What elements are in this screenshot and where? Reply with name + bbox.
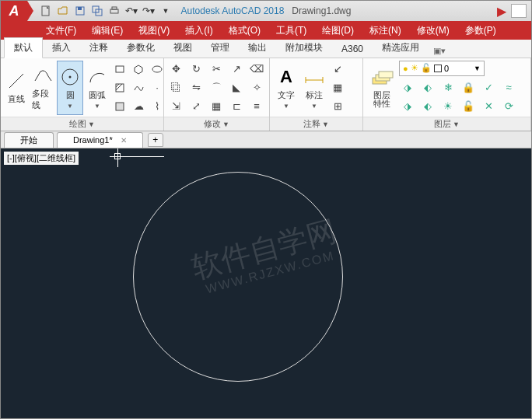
add-tab-button[interactable]: + bbox=[148, 133, 163, 147]
tool-spline-icon[interactable] bbox=[130, 79, 147, 96]
tool-arc[interactable]: 圆弧 ▼ bbox=[85, 61, 110, 115]
tool-point-icon[interactable]: · bbox=[149, 79, 166, 96]
drawing-canvas[interactable]: [-][俯视][二维线框] 软件自学网 WWW.RJZXW.COM bbox=[1, 148, 531, 419]
doc-tab-start[interactable]: 开始 bbox=[4, 132, 54, 148]
rtab-view[interactable]: 视图 bbox=[164, 38, 201, 58]
qat-redo-icon[interactable]: ↷▾ bbox=[141, 3, 156, 19]
tool-trim-icon[interactable]: ✂ bbox=[208, 61, 225, 78]
search-indicator-icon[interactable]: ▶ bbox=[497, 4, 506, 19]
tool-layfrz-icon[interactable]: ❄ bbox=[439, 79, 457, 96]
tool-layoff-icon[interactable]: ⬗ bbox=[399, 79, 416, 96]
qat-new-icon[interactable] bbox=[38, 3, 54, 19]
menu-dim[interactable]: 标注(N) bbox=[362, 21, 409, 40]
chevron-down-icon: ▼ bbox=[474, 65, 481, 72]
rtab-default[interactable]: 默认 bbox=[4, 37, 43, 58]
tool-region-icon[interactable] bbox=[111, 98, 128, 115]
qat-saveas-icon[interactable] bbox=[89, 3, 105, 19]
panel-layers-title[interactable]: 图层▼ bbox=[363, 117, 530, 131]
rtab-addons[interactable]: 附加模块 bbox=[276, 38, 332, 58]
svg-rect-2 bbox=[78, 7, 82, 10]
tool-mirror-icon[interactable]: ⇋ bbox=[187, 79, 205, 96]
search-input[interactable] bbox=[511, 4, 527, 18]
tool-layiso-icon[interactable]: ⬖ bbox=[419, 79, 436, 96]
tool-laylck-icon[interactable]: 🔒 bbox=[460, 79, 477, 96]
tool-offset-icon[interactable]: ⊏ bbox=[228, 98, 245, 115]
tool-revcloud-icon[interactable]: ☁ bbox=[130, 98, 147, 115]
rtab-featured[interactable]: 精选应用 bbox=[373, 38, 429, 58]
svg-line-7 bbox=[9, 74, 23, 88]
rtab-expand-icon[interactable]: ▣▾ bbox=[429, 44, 450, 58]
panel-modify-title[interactable]: 修改▼ bbox=[164, 117, 269, 131]
rtab-annotate[interactable]: 注释 bbox=[80, 38, 117, 58]
menu-draw[interactable]: 绘图(D) bbox=[314, 21, 362, 40]
qat-print-icon[interactable] bbox=[107, 3, 122, 19]
tool-move-icon[interactable]: ✥ bbox=[167, 61, 184, 78]
tool-array-icon[interactable]: ▦ bbox=[208, 98, 225, 115]
layerprops-label: 图层 特性 bbox=[373, 91, 390, 108]
viewport-label[interactable]: [-][俯视][二维线框] bbox=[4, 152, 79, 165]
panel-draw-title[interactable]: 绘图▼ bbox=[1, 117, 163, 131]
tool-laydel-icon[interactable]: ✕ bbox=[480, 98, 497, 115]
tool-copy-icon[interactable]: ⿻ bbox=[167, 79, 184, 96]
tool-chamfer-icon[interactable]: ◣ bbox=[228, 79, 245, 96]
tool-rotate-icon[interactable]: ↻ bbox=[187, 61, 205, 78]
menu-file[interactable]: 文件(F) bbox=[38, 21, 84, 40]
tool-fillet-icon[interactable]: ⌒ bbox=[208, 79, 225, 96]
tool-laywalk-icon[interactable]: ⟳ bbox=[500, 98, 517, 115]
rtab-insert[interactable]: 插入 bbox=[43, 38, 80, 58]
doc-tab-drawing1[interactable]: Drawing1* ✕ bbox=[57, 132, 143, 148]
app-menu-button[interactable]: A bbox=[1, 1, 27, 21]
close-tab-icon[interactable]: ✕ bbox=[121, 136, 127, 145]
menu-modify[interactable]: 修改(M) bbox=[409, 21, 457, 40]
tool-helix-icon[interactable]: ⌇ bbox=[149, 98, 166, 115]
tool-scale-icon[interactable]: ⤢ bbox=[187, 98, 205, 115]
menu-edit[interactable]: 编辑(E) bbox=[84, 21, 131, 40]
tool-layon-icon[interactable]: ⬗ bbox=[399, 98, 416, 115]
arc-icon bbox=[86, 66, 108, 88]
tool-ellipse-icon[interactable] bbox=[149, 61, 166, 78]
tool-field-icon[interactable]: ⊞ bbox=[329, 98, 346, 115]
tool-laymch-icon[interactable]: ≈ bbox=[500, 79, 517, 96]
panel-annotate-title[interactable]: 注释▼ bbox=[270, 117, 362, 131]
tool-align-icon[interactable]: ≡ bbox=[248, 98, 265, 115]
tool-layuniso-icon[interactable]: ⬖ bbox=[419, 98, 436, 115]
rtab-output[interactable]: 输出 bbox=[239, 38, 276, 58]
tool-rect-icon[interactable] bbox=[111, 61, 128, 78]
rtab-a360[interactable]: A360 bbox=[332, 40, 373, 58]
qat-open-icon[interactable] bbox=[55, 3, 71, 19]
drawn-circle[interactable] bbox=[133, 172, 343, 382]
tool-text[interactable]: A 文字 ▼ bbox=[273, 61, 299, 115]
ribbon: 直线 多段线 圆 ▼ 圆弧 ▼ · bbox=[1, 58, 531, 131]
layer-name: 0 bbox=[444, 64, 449, 73]
rtab-manage[interactable]: 管理 bbox=[201, 38, 239, 58]
tool-explode-icon[interactable]: ✧ bbox=[248, 79, 265, 96]
qat-undo-icon[interactable]: ↶▾ bbox=[124, 3, 139, 19]
menu-insert[interactable]: 插入(I) bbox=[177, 21, 220, 40]
svg-rect-22 bbox=[379, 72, 393, 78]
qat-save-icon[interactable] bbox=[72, 3, 88, 19]
tool-layunlk-icon[interactable]: 🔓 bbox=[460, 98, 477, 115]
tool-hatch-icon[interactable] bbox=[111, 79, 128, 96]
layer-selector[interactable]: ● ☀ 🔓 0 ▼ bbox=[399, 61, 485, 76]
tool-laythw-icon[interactable]: ☀ bbox=[439, 98, 457, 115]
tool-polyline[interactable]: 多段线 bbox=[30, 61, 55, 115]
tool-erase-icon[interactable]: ⌫ bbox=[248, 61, 265, 78]
tool-layerprops[interactable]: 图层 特性 bbox=[366, 61, 397, 115]
tool-extend-icon[interactable]: ↗ bbox=[228, 61, 245, 78]
menu-param[interactable]: 参数(P) bbox=[457, 21, 504, 40]
menu-tools[interactable]: 工具(T) bbox=[268, 21, 314, 40]
rtab-param[interactable]: 参数化 bbox=[117, 38, 164, 58]
tool-table-icon[interactable]: ▦ bbox=[329, 79, 346, 96]
tool-leader-icon[interactable]: ↙ bbox=[329, 61, 346, 78]
tool-laymcur-icon[interactable]: ✓ bbox=[480, 79, 497, 96]
tool-circle[interactable]: 圆 ▼ bbox=[57, 61, 83, 115]
quick-access-toolbar: ↶▾ ↷▾ ▼ bbox=[38, 3, 173, 19]
tool-polygon-icon[interactable] bbox=[130, 61, 147, 78]
qat-more-icon[interactable]: ▼ bbox=[158, 3, 173, 19]
line-icon bbox=[5, 70, 27, 92]
tool-stretch-icon[interactable]: ⇲ bbox=[167, 98, 184, 115]
tool-line[interactable]: 直线 bbox=[4, 61, 29, 115]
menu-view[interactable]: 视图(V) bbox=[131, 21, 177, 40]
menu-format[interactable]: 格式(O) bbox=[221, 21, 268, 40]
tool-dim[interactable]: 标注 ▼ bbox=[301, 61, 327, 115]
